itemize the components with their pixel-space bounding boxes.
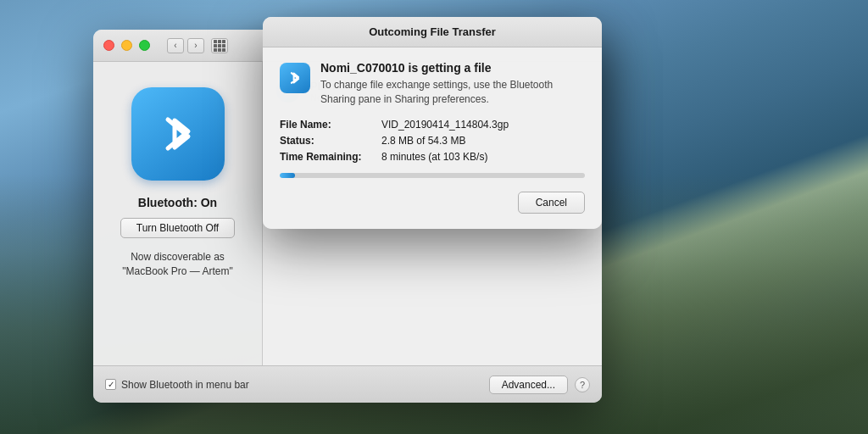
show-in-menubar-checkbox[interactable]: ✓ bbox=[105, 379, 116, 390]
file-name-value: VID_20190414_114804.3gp bbox=[381, 119, 509, 131]
file-transfer-dialog: Outcoming File Transfer Nomi_C070010 is … bbox=[263, 17, 602, 229]
show-in-menubar-area: ✓ Show Bluetooth in menu bar bbox=[105, 379, 482, 391]
progress-bar-fill bbox=[280, 173, 295, 178]
dialog-title: Outcoming File Transfer bbox=[369, 25, 496, 38]
maximize-button[interactable] bbox=[139, 40, 150, 51]
forward-button[interactable]: › bbox=[187, 38, 204, 53]
bluetooth-status-label: Bluetooth: On bbox=[138, 196, 217, 209]
dialog-body: Nomi_C070010 is getting a file To change… bbox=[263, 47, 602, 229]
dialog-footer: Cancel bbox=[280, 192, 585, 214]
bluetooth-logo-svg bbox=[151, 107, 205, 161]
file-name-row: File Name: VID_20190414_114804.3gp bbox=[280, 119, 585, 131]
status-row: Status: 2.8 MB of 54.3 MB bbox=[280, 135, 585, 147]
turn-bluetooth-off-button[interactable]: Turn Bluetooth Off bbox=[120, 218, 235, 238]
discoverable-text: Now discoverable as "MacBook Pro — Artem… bbox=[122, 250, 233, 279]
time-remaining-row: Time Remaining: 8 minutes (at 103 KB/s) bbox=[280, 151, 585, 163]
dialog-heading: Nomi_C070010 is getting a file bbox=[320, 61, 585, 75]
dialog-header-text: Nomi_C070010 is getting a file To change… bbox=[320, 61, 585, 107]
advanced-button[interactable]: Advanced... bbox=[489, 376, 568, 394]
status-label: Status: bbox=[280, 135, 381, 147]
status-value: 2.8 MB of 54.3 MB bbox=[381, 135, 465, 147]
grid-button[interactable] bbox=[211, 38, 228, 53]
show-in-menubar-label: Show Bluetooth in menu bar bbox=[121, 379, 249, 391]
dialog-titlebar: Outcoming File Transfer bbox=[263, 17, 602, 47]
grid-icon bbox=[214, 40, 225, 52]
dialog-details: File Name: VID_20190414_114804.3gp Statu… bbox=[280, 119, 585, 163]
dialog-header: Nomi_C070010 is getting a file To change… bbox=[280, 61, 585, 107]
file-name-label: File Name: bbox=[280, 119, 381, 131]
progress-bar-container bbox=[280, 173, 585, 178]
close-button[interactable] bbox=[103, 40, 114, 51]
cancel-button[interactable]: Cancel bbox=[518, 192, 585, 214]
dialog-bt-symbol-icon bbox=[286, 69, 304, 87]
time-remaining-label: Time Remaining: bbox=[280, 151, 381, 163]
help-button[interactable]: ? bbox=[575, 377, 590, 392]
window-nav: ‹ › bbox=[167, 38, 228, 53]
dialog-bluetooth-icon bbox=[280, 63, 310, 93]
bluetooth-sidebar: 📶 Bluetooth: On Turn Bluetooth Off Now d… bbox=[93, 62, 263, 365]
minimize-button[interactable] bbox=[121, 40, 132, 51]
dialog-subtext: To change file exchange settings, use th… bbox=[320, 78, 585, 107]
time-remaining-value: 8 minutes (at 103 KB/s) bbox=[381, 151, 487, 163]
back-button[interactable]: ‹ bbox=[167, 38, 184, 53]
bluetooth-logo: 📶 bbox=[131, 87, 225, 181]
window-footer: ✓ Show Bluetooth in menu bar Advanced...… bbox=[93, 365, 602, 403]
